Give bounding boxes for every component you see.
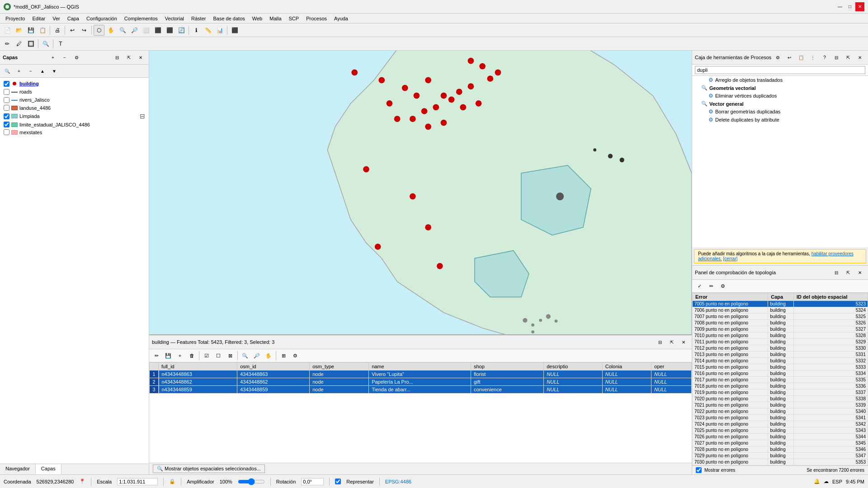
edit-table-button[interactable]: ✏ bbox=[151, 350, 162, 361]
amplifier-slider[interactable] bbox=[238, 478, 265, 485]
menu-raster[interactable]: Ráster bbox=[188, 15, 209, 22]
represent-checkbox[interactable] bbox=[335, 479, 341, 484]
add-layer-button[interactable]: + bbox=[47, 52, 58, 63]
topology-row[interactable]: 7005 punto no en polígono building 5323 bbox=[693, 301, 868, 307]
layer-item-limite[interactable]: limite_estadual_JALISCO_4486 bbox=[2, 121, 147, 128]
toolbox-results-button[interactable]: 📋 bbox=[796, 52, 807, 63]
layer-item-limpiada[interactable]: Limpiada ⊟ bbox=[2, 112, 147, 121]
menu-ayuda[interactable]: Ayuda bbox=[330, 15, 352, 22]
show-errors-checkbox[interactable] bbox=[696, 467, 702, 473]
menu-proyecto[interactable]: Proyecto bbox=[2, 15, 28, 22]
attr-collapse-button[interactable]: ⊟ bbox=[655, 337, 665, 347]
topology-edit-button[interactable]: ✏ bbox=[706, 281, 717, 291]
select-feature-button[interactable]: 🔲 bbox=[25, 38, 36, 49]
topology-row[interactable]: 7018 punto no en polígono building 5336 bbox=[693, 383, 868, 389]
layer-checkbox-limite[interactable] bbox=[4, 122, 9, 127]
menu-editar[interactable]: Editar bbox=[28, 15, 49, 22]
menu-scp[interactable]: SCP bbox=[285, 15, 303, 22]
layer-filter-button[interactable]: 🔍 bbox=[2, 66, 13, 76]
remove-layer-button[interactable]: − bbox=[59, 52, 70, 63]
col-osm-id[interactable]: osm_id bbox=[237, 363, 310, 371]
layer-checkbox-mexstates[interactable] bbox=[4, 129, 9, 135]
toolbox-close-button[interactable]: ✕ bbox=[854, 52, 865, 63]
topology-close-button[interactable]: ✕ bbox=[854, 267, 865, 278]
save-project-button[interactable]: 💾 bbox=[25, 25, 36, 36]
layer-down-button[interactable]: ▼ bbox=[49, 66, 60, 76]
measure-button[interactable]: 📏 bbox=[203, 25, 213, 36]
attr-close-button[interactable]: ✕ bbox=[678, 337, 689, 347]
statistics-button[interactable]: 📊 bbox=[214, 25, 225, 36]
zoom-to-selection-button[interactable]: 🔍 bbox=[40, 38, 51, 49]
topology-row[interactable]: 7016 punto no en polígono building 5334 bbox=[693, 371, 868, 377]
refresh-button[interactable]: 🔄 bbox=[176, 25, 187, 36]
filter-button[interactable]: 🔍 bbox=[240, 350, 250, 361]
layers-button[interactable]: ⬛ bbox=[229, 25, 240, 36]
invert-selection-button[interactable]: ⊠ bbox=[225, 350, 236, 361]
topology-settings-button[interactable]: ⚙ bbox=[717, 281, 728, 291]
menu-configuracion[interactable]: Configuración bbox=[83, 15, 121, 22]
topology-row[interactable]: 7009 punto no en polígono building 5327 bbox=[693, 326, 868, 333]
zoom-selection-button[interactable]: ⬛ bbox=[164, 25, 175, 36]
table-row[interactable]: 3 n4343448859 4343448859 node Tienda de … bbox=[150, 386, 692, 394]
menu-procesos[interactable]: Procesos bbox=[302, 15, 330, 22]
topology-row[interactable]: 7010 punto no en polígono building 5328 bbox=[693, 333, 868, 339]
menu-web[interactable]: Web bbox=[249, 15, 266, 22]
digitize-button[interactable]: ✏ bbox=[2, 38, 13, 49]
table-settings-button[interactable]: ⚙ bbox=[290, 350, 301, 361]
menu-basedatos[interactable]: Base de datos bbox=[209, 15, 248, 22]
topology-row[interactable]: 7011 punto no en polígono building 5329 bbox=[693, 339, 868, 345]
topology-float-button[interactable]: ⇱ bbox=[843, 267, 854, 278]
map-area[interactable] bbox=[149, 51, 692, 334]
toolbox-float-button[interactable]: ⇱ bbox=[843, 52, 854, 63]
topology-row[interactable]: 7025 punto no en polígono building 5343 bbox=[693, 427, 868, 434]
tab-capas[interactable]: Capas bbox=[36, 464, 61, 474]
table-row[interactable]: 1 n4343448863 4343448863 node Vivero "Lu… bbox=[150, 371, 692, 378]
tool-arreglo[interactable]: ⚙ Arreglo de objetos trasladados bbox=[692, 76, 868, 84]
topology-row[interactable]: 7021 punto no en polígono building 5339 bbox=[693, 402, 868, 408]
toolbox-settings-button[interactable]: ⚙ bbox=[772, 52, 783, 63]
toolbox-back-button[interactable]: ↩ bbox=[784, 52, 795, 63]
topology-row[interactable]: 7027 punto no en polígono building 5345 bbox=[693, 440, 868, 446]
tab-navegador[interactable]: Navegador bbox=[0, 464, 36, 474]
topology-row[interactable]: 7026 punto no en polígono building 5344 bbox=[693, 434, 868, 440]
identify-button[interactable]: ℹ bbox=[191, 25, 202, 36]
delete-row-button[interactable]: 🗑 bbox=[186, 350, 197, 361]
topology-row[interactable]: 7015 punto no en polígono building 5333 bbox=[693, 364, 868, 371]
save-table-button[interactable]: 💾 bbox=[163, 350, 174, 361]
topology-row[interactable]: 7024 punto no en polígono building 5342 bbox=[693, 421, 868, 427]
layer-item-rivers[interactable]: rivers_Jalisco bbox=[2, 96, 147, 104]
col-descriptio[interactable]: descriptio bbox=[544, 363, 603, 371]
banner-close[interactable]: [cerrar] bbox=[723, 256, 738, 261]
show-selected-button[interactable]: 🔍 Mostrar objetos espaciales seleccionad… bbox=[153, 465, 265, 473]
table-row[interactable]: 2 n4343448862 4343448862 node Papelería … bbox=[150, 378, 692, 386]
scale-input[interactable] bbox=[117, 478, 158, 485]
layer-item-mexstates[interactable]: mexstates bbox=[2, 128, 147, 136]
layer-remove-btn[interactable]: − bbox=[25, 66, 36, 76]
zoom-selected-button[interactable]: 🔎 bbox=[251, 350, 262, 361]
select-button[interactable]: ⬡ bbox=[94, 25, 104, 36]
tool-delete-duplicates[interactable]: ⚙ Delete duplicates by attribute bbox=[692, 116, 868, 124]
menu-vectorial[interactable]: Vectorial bbox=[161, 15, 188, 22]
topology-collapse-button[interactable]: ⊟ bbox=[831, 267, 842, 278]
deselect-button[interactable]: ☐ bbox=[213, 350, 224, 361]
col-osm-type[interactable]: osm_type bbox=[310, 363, 369, 371]
layer-item-landuse[interactable]: landuse_4486 bbox=[2, 104, 147, 112]
redo-button[interactable]: ↪ bbox=[79, 25, 90, 36]
col-shop[interactable]: shop bbox=[471, 363, 543, 371]
open-project-button[interactable]: 📂 bbox=[14, 25, 24, 36]
layer-up-button[interactable]: ▲ bbox=[37, 66, 48, 76]
topology-row[interactable]: 7019 punto no en polígono building 5337 bbox=[693, 389, 868, 396]
organize-columns-button[interactable]: ⊞ bbox=[278, 350, 289, 361]
layer-checkbox-landuse[interactable] bbox=[4, 105, 9, 111]
topology-row[interactable]: 7017 punto no en polígono building 5335 bbox=[693, 377, 868, 383]
maximize-button[interactable]: □ bbox=[845, 2, 854, 11]
layer-checkbox-rivers[interactable] bbox=[4, 97, 9, 103]
section-vector[interactable]: 🔍 Vector general bbox=[692, 100, 868, 108]
zoom-layer-button[interactable]: ⬛ bbox=[152, 25, 163, 36]
zoom-out-button[interactable]: 🔎 bbox=[129, 25, 140, 36]
attr-table-content[interactable]: full_id osm_id osm_type name shop descri… bbox=[149, 362, 692, 463]
epsg-badge[interactable]: EPSG:4486 bbox=[385, 479, 411, 484]
close-button[interactable]: ✕ bbox=[855, 2, 864, 11]
undo-button[interactable]: ↩ bbox=[67, 25, 78, 36]
topology-row[interactable]: 7022 punto no en polígono building 5340 bbox=[693, 408, 868, 415]
